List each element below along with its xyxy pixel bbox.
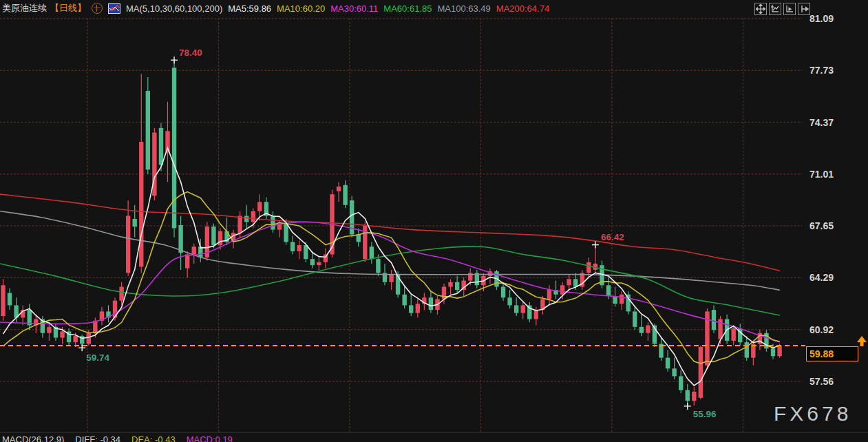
chart-app-window: 78.4066.4259.7455.96 美原油连续 【日线】 MA(5,10,… (0, 0, 868, 442)
circle-plus-icon[interactable] (92, 3, 103, 14)
watermark: FX678 (774, 402, 851, 425)
current-price-line (0, 336, 867, 346)
current-price-label: 59.88 (806, 346, 858, 361)
annotation-label: 55.96 (693, 409, 717, 419)
y-tick: 67.65 (809, 219, 859, 233)
ma200-value: MA200:64.74 (496, 3, 549, 14)
pane-separator (0, 432, 868, 433)
ma30-value: MA30:60.11 (330, 3, 378, 14)
ma10-value: MA10:60.20 (277, 3, 325, 14)
period-label[interactable]: 【日线】 (50, 2, 86, 14)
grid-lines (0, 19, 802, 432)
annotation-label: 78.40 (179, 48, 202, 58)
chart-toolbar (754, 3, 810, 15)
ma5-value: MA5:59.86 (228, 3, 271, 14)
move-crosshair-icon[interactable] (754, 3, 767, 15)
ma-settings-label[interactable]: MA(5,10,30,60,100,200) (126, 3, 222, 14)
axis-zoom-icon[interactable] (769, 3, 781, 15)
annotation-label: 66.42 (601, 232, 624, 242)
ma-line-ma200 (0, 194, 780, 271)
macd-diff-value: DIFF: -0.34 (75, 434, 120, 442)
symbol-label: 美原油连续 (2, 2, 47, 14)
price-up-arrow-icon (857, 336, 867, 346)
y-tick: 71.01 (809, 167, 859, 181)
macd-settings-label[interactable]: MACD(26,12,9) (2, 434, 64, 442)
y-tick: 81.09 (809, 12, 859, 25)
axis-play-icon[interactable] (783, 3, 796, 15)
ma60-value: MA60:61.85 (383, 3, 432, 14)
y-tick: 60.92 (809, 323, 859, 337)
step-forward-icon[interactable] (798, 3, 810, 15)
macd-indicator-bar: MACD(26,12,9) DIFF: -0.34 DEA: -0.43 MAC… (2, 434, 233, 442)
candlestick-chart[interactable]: 78.4066.4259.7455.96 (0, 0, 868, 442)
y-tick: 74.37 (809, 116, 859, 129)
macd-macd-value: MACD:0.19 (187, 434, 233, 442)
chart-header: 美原油连续 【日线】 MA(5,10,30,60,100,200) MA5:59… (0, 0, 549, 17)
y-tick: 64.29 (809, 271, 859, 284)
annotation-label: 59.74 (86, 352, 109, 363)
candlestick-series (1, 60, 781, 406)
ma100-value: MA100:63.49 (437, 3, 490, 14)
macd-dea-value: DEA: -0.43 (131, 434, 176, 442)
y-tick: 57.56 (809, 375, 859, 388)
indicator-chart-icon[interactable] (108, 3, 120, 14)
y-tick: 77.73 (809, 63, 859, 77)
